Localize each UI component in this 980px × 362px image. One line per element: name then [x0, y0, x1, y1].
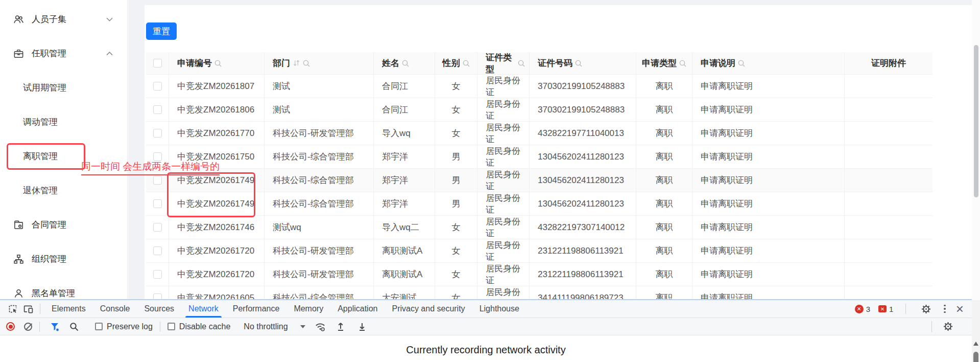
chevron-up-icon [106, 52, 113, 56]
cell-idNo: 370302199105248883 [530, 75, 636, 98]
disable-cache-checkbox[interactable] [168, 323, 175, 330]
search-network-icon[interactable] [66, 320, 82, 334]
cell-applyDesc: 申请离职证明 [692, 192, 845, 216]
search-icon[interactable] [303, 60, 310, 67]
divider [160, 322, 160, 332]
row-checkbox[interactable] [153, 270, 162, 279]
column-header-dept[interactable]: 部门 [265, 52, 374, 75]
devtools-tab-application[interactable]: Application [330, 300, 385, 318]
cell-dept: 科技公司-研发管理部 [265, 263, 374, 286]
record-network-log-button[interactable] [6, 322, 15, 331]
cell-idNo: 432822197307140012 [530, 216, 636, 239]
network-conditions-icon[interactable] [313, 320, 328, 334]
cell-attachment [845, 145, 933, 169]
chevron-down-icon [106, 17, 113, 21]
cell-attachment [845, 263, 933, 286]
devtools-tab-network[interactable]: Network [181, 300, 226, 318]
cell-name: 离职测试A [374, 239, 435, 263]
devtools-tab-performance[interactable]: Performance [226, 300, 287, 318]
table-row: 中竞发ZM20261750科技公司-综合管理部郑宇洋男居民身份证13045620… [146, 145, 933, 169]
row-checkbox[interactable] [153, 246, 162, 255]
devtools-tab-sources[interactable]: Sources [137, 300, 181, 318]
search-icon[interactable] [738, 60, 745, 67]
search-icon[interactable] [575, 60, 582, 67]
row-checkbox[interactable] [153, 199, 162, 208]
cell-dept: 科技公司-研发管理部 [265, 239, 374, 263]
sidebar-item-合同管理[interactable]: 合同管理 [0, 208, 127, 242]
column-header-gender[interactable]: 性别 [435, 52, 477, 75]
select-all-checkbox[interactable] [153, 59, 162, 67]
cell-dept: 测试 [265, 75, 374, 98]
cell-applyNo: 中竞发ZM20261746 [169, 216, 265, 239]
device-toolbar-icon[interactable] [20, 302, 36, 316]
search-icon[interactable] [518, 60, 525, 67]
devtools-tab-privacy-and-security[interactable]: Privacy and security [385, 300, 472, 318]
cell-applyNo: 中竞发ZM20261807 [169, 75, 265, 98]
row-checkbox[interactable] [153, 105, 162, 114]
row-checkbox[interactable] [153, 176, 162, 185]
cell-name: 合同江 [374, 75, 435, 98]
search-icon[interactable] [463, 60, 470, 67]
column-header-name[interactable]: 姓名 [374, 52, 435, 75]
column-header-applyDesc[interactable]: 申请说明 [692, 52, 845, 75]
cell-gender: 女 [435, 75, 477, 98]
clear-network-log-icon[interactable] [24, 323, 32, 331]
devtools-tab-lighthouse[interactable]: Lighthouse [472, 300, 527, 318]
preserve-log-checkbox[interactable] [95, 323, 103, 330]
network-settings-gear-icon[interactable] [943, 321, 953, 332]
row-checkbox-cell [146, 98, 169, 122]
search-icon[interactable] [402, 60, 409, 67]
devtools-tab-memory[interactable]: Memory [286, 300, 330, 318]
column-header-applyNo[interactable]: 申请编号 [169, 52, 265, 75]
column-header-idType[interactable]: 证件类型 [477, 52, 530, 75]
devtools-close-icon[interactable]: × [956, 302, 964, 315]
devtools-tab-elements[interactable]: Elements [44, 300, 93, 318]
console-errors-badge[interactable]: ✕ 3 [855, 305, 870, 313]
sidebar-item-label: 人员子集 [32, 13, 66, 25]
export-har-icon[interactable] [354, 320, 370, 334]
filter-icon[interactable] [47, 320, 62, 334]
scrollbar-thumb[interactable] [973, 352, 978, 362]
table-row: 中竞发ZM20261749科技公司-综合管理部郑宇洋男居民身份证13045620… [146, 169, 933, 192]
row-checkbox[interactable] [153, 82, 162, 90]
column-header-applyType[interactable]: 申请类型 [636, 52, 692, 75]
column-header-idNo[interactable]: 证件号码 [530, 52, 636, 75]
table-row: 中竞发ZM20261720科技公司-研发管理部离职测试A女居民身份证231221… [146, 263, 933, 286]
preserve-log-label: Preserve log [107, 322, 153, 331]
search-icon[interactable] [679, 60, 686, 67]
sidebar-item-label: 任职管理 [32, 48, 66, 59]
select-all-header-cell[interactable] [146, 52, 169, 75]
cell-applyType: 离职 [636, 75, 692, 98]
throttling-caret-icon[interactable] [300, 325, 305, 328]
row-checkbox-cell [146, 263, 169, 286]
devtools-settings-gear-icon[interactable] [918, 302, 934, 316]
import-har-icon[interactable] [333, 320, 348, 334]
inspect-element-icon[interactable] [5, 302, 20, 316]
page-scrollbar[interactable] [972, 0, 980, 362]
devtools-menu-kebab-icon[interactable] [942, 303, 948, 315]
sidebar-item-任职管理[interactable]: 任职管理 [0, 36, 127, 71]
sidebar-item-试用期管理[interactable]: 试用期管理 [0, 71, 127, 105]
cell-applyDesc: 申请离职证明 [692, 75, 845, 98]
cell-name: 郑宇洋 [374, 169, 435, 192]
scrollbar-up-arrow-icon[interactable] [973, 342, 978, 346]
divider [905, 304, 906, 314]
column-header-attachment[interactable]: 证明附件 [845, 52, 933, 75]
scrollbar-thumb[interactable] [974, 45, 978, 197]
issues-badge[interactable]: ✕ 1 [878, 305, 893, 313]
sidebar-item-人员子集[interactable]: 人员子集 [0, 2, 127, 36]
cell-attachment [845, 75, 933, 98]
cell-idNo: 231221198806113921 [530, 239, 636, 263]
row-checkbox[interactable] [153, 129, 162, 138]
row-checkbox[interactable] [153, 223, 162, 232]
search-icon[interactable] [214, 60, 222, 67]
reset-button[interactable]: 重置 [146, 22, 177, 40]
sidebar-item-组织管理[interactable]: 组织管理 [0, 242, 127, 276]
table-row: 中竞发ZM20261720科技公司-研发管理部离职测试A女居民身份证231221… [146, 239, 933, 263]
cell-idType: 居民身份证 [477, 239, 530, 263]
sidebar-item-调动管理[interactable]: 调动管理 [0, 105, 127, 139]
sort-icon[interactable] [293, 59, 300, 67]
devtools-tab-console[interactable]: Console [93, 300, 137, 318]
sidebar-item-退休管理[interactable]: 退休管理 [0, 173, 127, 208]
throttling-select[interactable]: No throttling [244, 322, 288, 331]
